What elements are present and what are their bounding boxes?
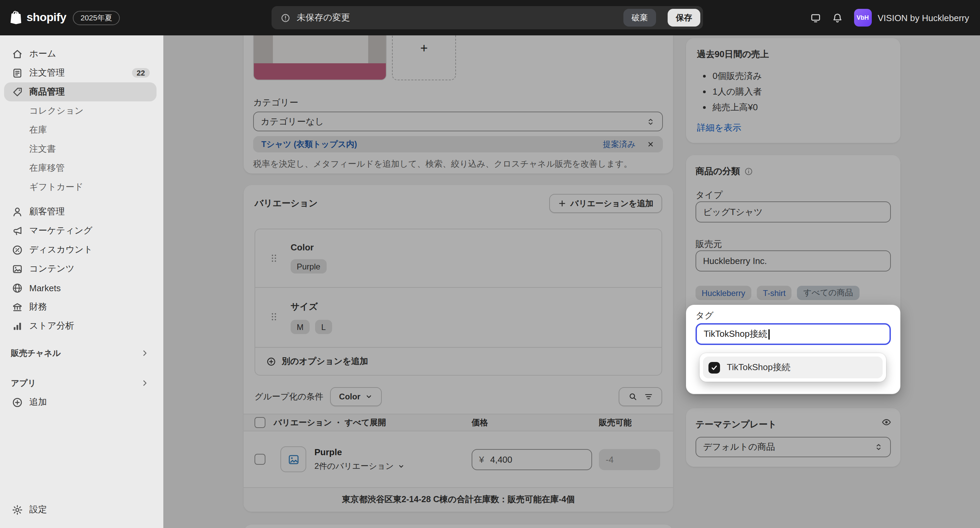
shopify-wordmark: shopify [27,11,66,24]
sidebar-label-discounts: ディスカウント [29,243,92,256]
sidebar-item-markets[interactable]: Markets [4,278,156,297]
account-name: VISION by Huckleberry [878,13,969,23]
workspace: + カテゴリー カテゴリーなし Tシャツ (衣類トップス内) 提案済み 税率を決… [163,35,980,528]
sidebar-item-add[interactable]: 追加 [4,393,156,412]
sidebar-item-products[interactable]: 商品管理 [4,82,156,102]
sidebar-section-apps[interactable]: アプリ [4,374,156,393]
sidebar-subitem-collections[interactable]: コレクション [4,102,156,121]
logo-area: shopify 2025年夏 [0,10,163,25]
shopify-admin: shopify 2025年夏 未保存の変更 破棄 保存 [0,0,980,528]
preview-button[interactable] [805,7,827,29]
sidebar-label-content: コンテンツ [29,262,75,275]
sidebar-subitem-purchase-orders[interactable]: 注文書 [4,140,156,159]
tag-suggestions-dropdown: TikTokShop接続 [700,353,886,382]
marketing-icon [11,225,23,237]
sidebar: ホーム 注文管理 22 商品管理 コレクション 在庫 注文書 在庫移管 ギフトカ… [0,35,163,528]
markets-icon [11,282,23,294]
avatar: VbH [854,9,872,27]
topbar: shopify 2025年夏 未保存の変更 破棄 保存 [0,0,980,35]
sidebar-section-sales-channels[interactable]: 販売チャネル [4,344,156,363]
desktop-icon [810,12,821,24]
bell-icon [832,12,843,24]
sidebar-item-finance[interactable]: 財務 [4,297,156,316]
sidebar-item-orders[interactable]: 注文管理 22 [4,63,156,82]
sidebar-label-markets: Markets [29,283,60,293]
tag-popover: タグ TikTokShop接続 TikTokShop接続 [686,305,900,394]
sales-channels-label: 販売チャネル [11,347,60,359]
tag-option-row[interactable]: TikTokShop接続 [703,356,883,378]
gear-icon [11,504,23,515]
sidebar-item-discounts[interactable]: ディスカウント [4,240,156,259]
unsaved-changes-bar: 未保存の変更 破棄 保存 [272,6,703,29]
topbar-right: VbH VISION by Huckleberry [805,7,980,29]
content-icon [11,263,23,275]
sidebar-label-marketing: マーケティング [29,224,92,237]
text-cursor [769,329,770,339]
customers-icon [11,206,23,217]
analytics-icon [11,320,23,332]
shopify-logo[interactable]: shopify [10,10,66,25]
check-icon [711,364,718,371]
sidebar-label-orders: 注文管理 [29,67,65,79]
alert-circle-icon [280,13,291,23]
sidebar-label-customers: 顧客管理 [29,205,65,218]
sidebar-item-customers[interactable]: 顧客管理 [4,202,156,221]
backdrop-overlay[interactable] [163,35,980,528]
finance-icon [11,301,23,313]
account-menu[interactable]: VbH VISION by Huckleberry [854,9,969,27]
sidebar-label-finance: 財務 [29,301,47,313]
sidebar-item-marketing[interactable]: マーケティング [4,221,156,240]
checked-checkbox[interactable] [708,362,720,373]
sidebar-item-analytics[interactable]: ストア分析 [4,316,156,336]
sidebar-item-settings[interactable]: 設定 [4,500,156,519]
products-icon [11,86,23,98]
sidebar-label-products: 商品管理 [29,86,65,98]
orders-count-badge: 22 [132,68,150,78]
sidebar-subitem-gift-cards[interactable]: ギフトカード [4,178,156,197]
sidebar-label-home: ホーム [29,48,56,60]
tag-label: タグ [695,310,714,322]
sidebar-subitem-transfers[interactable]: 在庫移管 [4,159,156,178]
sidebar-label-settings: 設定 [29,504,47,516]
unsaved-changes-label: 未保存の変更 [297,11,350,24]
chevron-right-icon [140,348,150,358]
plus-circle-icon [11,396,23,408]
sidebar-label-add: 追加 [29,396,47,408]
sidebar-item-home[interactable]: ホーム [4,44,156,63]
tag-option-label: TikTokShop接続 [727,361,791,374]
tag-input-value: TikTokShop接続 [704,328,767,340]
sidebar-label-analytics: ストア分析 [29,320,74,332]
shopify-bag-icon [10,10,23,25]
apps-label: アプリ [11,377,36,389]
sidebar-subitem-inventory[interactable]: 在庫 [4,121,156,140]
tag-input[interactable]: TikTokShop接続 [695,323,891,345]
save-button[interactable]: 保存 [668,9,700,27]
season-badge: 2025年夏 [73,11,120,25]
notifications-button[interactable] [827,7,848,29]
chevron-right-icon [140,378,150,388]
discounts-icon [11,244,23,256]
home-icon [11,48,23,60]
discard-button[interactable]: 破棄 [624,9,656,27]
sidebar-item-content[interactable]: コンテンツ [4,259,156,278]
orders-icon [11,67,23,79]
